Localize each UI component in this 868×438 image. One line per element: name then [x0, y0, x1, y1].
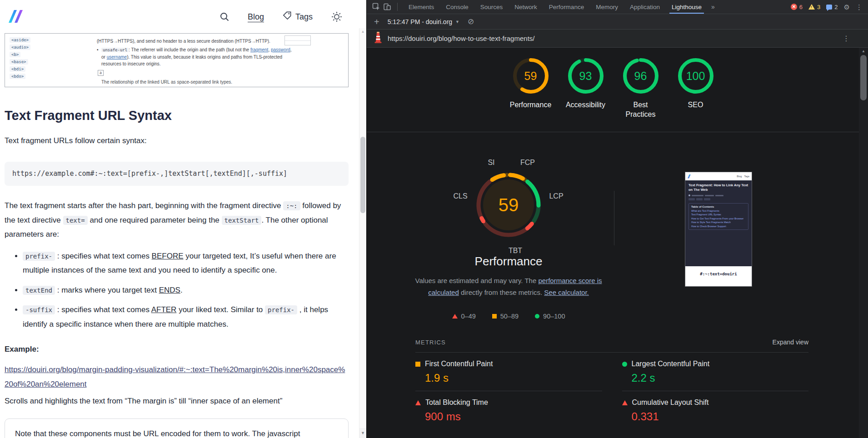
legend-good: 90–100 — [535, 313, 565, 320]
expand-view-button[interactable]: Expand view — [773, 338, 808, 346]
tab-sources[interactable]: Sources — [474, 0, 509, 14]
error-count: 6 — [799, 4, 803, 10]
category-label: Best Practices — [618, 100, 663, 119]
metric-largest-contentful-paint: Largest Contentful Paint 2.2 s — [622, 353, 809, 391]
list-item: -suffix : specifies what text comes AFTE… — [23, 303, 349, 331]
site-nav: Blog Tags — [219, 11, 343, 23]
console-errors-badge[interactable]: ✕ 6 — [791, 4, 803, 10]
text: ). This value is unsafe, because it leak… — [101, 55, 282, 66]
scrollbar-thumb[interactable] — [360, 137, 365, 213]
embedded-sidebar-tag: <audio> — [10, 45, 30, 50]
embedded-sidebar-tag: <b> — [10, 52, 20, 57]
embedded-link: password — [271, 47, 290, 52]
device-toolbar-icon[interactable] — [383, 3, 391, 11]
devtools-status-cluster: ✕ 6 3 2 ⚙ ⋮ — [791, 4, 868, 10]
thumbnail-logo-icon — [688, 174, 691, 179]
issues-badge[interactable]: 2 — [826, 4, 838, 10]
scroll-up-arrow-icon[interactable]: ▲ — [859, 49, 868, 53]
inline-code: prefix- — [23, 252, 55, 261]
thumbnail-title: Text Fragment: How to Link Any Text on T… — [688, 183, 748, 192]
report-menu-kebab-icon[interactable]: ⋮ — [843, 34, 850, 43]
report-selector-label: 5:12:47 PM - douiri.org — [388, 18, 452, 25]
screen: Blog Tags — [0, 0, 868, 438]
gauge-label-tbt: TBT — [509, 247, 522, 255]
issues-bubble-icon — [826, 5, 832, 10]
clear-reports-icon[interactable]: ⊘ — [468, 18, 474, 25]
toc-item: What are Text Fragments — [691, 209, 746, 212]
site-header: Blog Tags — [0, 0, 359, 30]
thumbnail-buttons — [688, 198, 748, 200]
metric-first-contentful-paint: First Contentful Paint 1.9 s — [415, 353, 602, 391]
gauge-label-cls: CLS — [453, 192, 467, 200]
see-calculator-link[interactable]: See calculator. — [544, 289, 589, 296]
example-link[interactable]: https://douiri.org/blog/margin-padding-v… — [5, 363, 349, 391]
score-gauge: 59 — [513, 58, 549, 94]
tab-application[interactable]: Application — [624, 0, 666, 14]
lighthouse-report: 59 Performance 93 Accessibility — [367, 48, 859, 438]
site-logo-icon[interactable] — [5, 7, 25, 27]
lighthouse-toolbar: + 5:12:47 PM - douiri.org ▼ ⊘ — [367, 14, 868, 30]
tab-elements[interactable]: Elements — [403, 0, 440, 14]
devtools-menu-kebab-icon[interactable]: ⋮ — [856, 4, 863, 10]
tab-lighthouse[interactable]: Lighthouse — [666, 0, 708, 14]
category-best-practices[interactable]: 96 Best Practices — [613, 58, 668, 119]
devtools-tabbar: Elements Console Sources Network Perform… — [367, 0, 868, 14]
thumbnail-header: Blog Tags — [685, 172, 752, 180]
list-item: textEnd : marks where you target text EN… — [23, 283, 349, 297]
page-scrollbar[interactable]: ▲ ▼ — [359, 28, 366, 438]
nav-link-tags[interactable]: Tags — [282, 11, 313, 23]
devtools-left-icons — [367, 3, 403, 11]
legend-range: 90–100 — [543, 313, 565, 320]
green-circle-icon — [622, 362, 627, 367]
inline-code: unsafe-url — [101, 48, 129, 52]
text: The text fragment starts after the hash … — [5, 201, 283, 210]
section-heading: Text Fragment URL Syntax — [5, 107, 349, 124]
score-legend: 0–49 50–89 90–100 — [409, 313, 609, 320]
devtools-scrollbar[interactable]: ▲ — [859, 48, 868, 438]
tab-performance[interactable]: Performance — [543, 0, 590, 14]
red-triangle-icon — [622, 400, 628, 405]
more-tabs-icon[interactable]: » — [708, 3, 718, 10]
category-performance[interactable]: 59 Performance — [503, 58, 558, 119]
console-warnings-badge[interactable]: 3 — [808, 4, 820, 10]
gauge-label-fcp: FCP — [520, 159, 535, 167]
nav-tags-label: Tags — [295, 12, 313, 22]
report-selector-dropdown[interactable]: 5:12:47 PM - douiri.org ▼ — [388, 18, 459, 25]
scrollbar-thumb[interactable] — [860, 55, 867, 100]
intro-paragraph: Text fragment URLs follow certain syntax… — [5, 134, 349, 148]
text: Tags — [744, 175, 749, 178]
parameters-list: prefix- : specifies what text comes BEFO… — [5, 249, 349, 331]
page-screenshot-thumbnail[interactable]: Blog Tags Text Fragment: How to Link Any… — [685, 172, 752, 287]
category-accessibility[interactable]: 93 Accessibility — [558, 58, 613, 119]
metric-name: Cumulative Layout Shift — [632, 398, 709, 407]
theme-toggle-sun-icon[interactable] — [331, 11, 343, 23]
tab-console[interactable]: Console — [440, 0, 474, 14]
inspect-element-icon[interactable] — [372, 3, 380, 11]
embedded-sidebar: <aside> <audio> <b> <base> <bdi> <bdo> — [10, 37, 30, 79]
warning-count: 3 — [817, 4, 820, 10]
example-label: Example: — [5, 342, 349, 356]
lighthouse-logo-icon — [373, 31, 383, 46]
text: : specifies what text comes — [55, 252, 152, 260]
embedded-table-fragment — [284, 35, 311, 45]
metric-value: 900 ms — [425, 410, 602, 423]
text: Note that these components must be URL e… — [15, 429, 300, 438]
embedded-bullet: unsafe-url: The referrer will include th… — [97, 46, 295, 67]
search-icon[interactable] — [219, 12, 229, 22]
scroll-down-arrow-icon[interactable]: ▼ — [359, 428, 366, 438]
toc-title: Table of Contents — [691, 205, 746, 208]
tab-network[interactable]: Network — [509, 0, 543, 14]
red-triangle-icon — [452, 314, 458, 319]
new-report-plus-icon[interactable]: + — [374, 17, 379, 26]
toc-item: Text Fragment URL Syntax — [691, 213, 746, 216]
scroll-up-arrow-icon[interactable]: ▲ — [359, 30, 366, 34]
legend-poor: 0–49 — [452, 313, 476, 320]
performance-score-value: 59 — [454, 150, 563, 259]
nav-link-blog[interactable]: Blog — [248, 12, 264, 22]
settings-gear-icon[interactable]: ⚙ — [844, 4, 850, 10]
syntax-code-block: https://example.com#:~:text=[prefix-,]te… — [5, 162, 349, 186]
tab-memory[interactable]: Memory — [590, 0, 624, 14]
toc-item: How to Get Text Fragments From your Brow… — [691, 217, 746, 220]
thumbnail-body: Text Fragment: How to Link Any Text on T… — [685, 180, 752, 266]
category-seo[interactable]: 100 SEO — [668, 58, 723, 119]
